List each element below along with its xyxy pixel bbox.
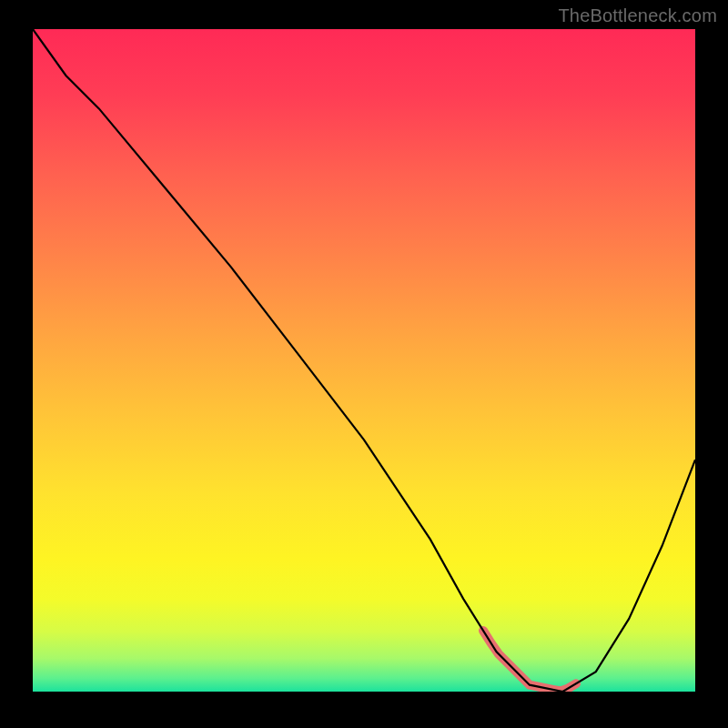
chart-curve: [33, 29, 695, 692]
watermark-text: TheBottleneck.com: [558, 5, 717, 26]
chart-svg: [33, 29, 695, 692]
chart-plot-area: [33, 29, 695, 692]
chart-highlight-segment: [483, 631, 576, 692]
